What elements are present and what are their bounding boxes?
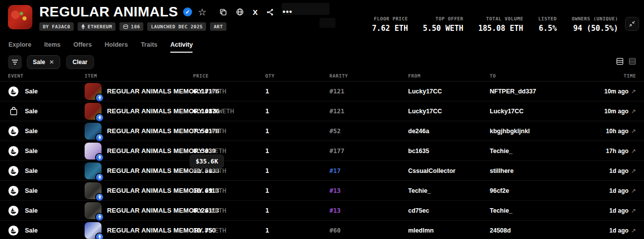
item-thumbnail[interactable] [85, 143, 102, 159]
share-icon[interactable] [266, 8, 274, 16]
item-thumbnail[interactable] [85, 103, 102, 120]
item-thumbnail[interactable] [85, 123, 102, 140]
activity-row[interactable]: Sale REGULAR ANIMALS MEMORY #113 10.69ET… [0, 181, 644, 201]
time-cell[interactable]: 10h ago↗ [592, 128, 636, 135]
external-link-arrow-icon[interactable]: ↗ [631, 108, 636, 115]
time-cell[interactable]: 10m ago↗ [592, 108, 636, 115]
activity-row[interactable]: Sale REGULAR ANIMALS MEMORY #113 8.26WET… [0, 201, 644, 221]
from-value[interactable]: Lucky17CC [408, 108, 490, 115]
collection-header: REGULAR ANIMALS ✓ ☆ X [0, 0, 644, 40]
usd-price-tooltip: $35.6K [190, 155, 224, 168]
external-link-arrow-icon[interactable]: ↗ [631, 207, 636, 214]
badge-label: LAUNCHED DEC 2025 [151, 24, 203, 29]
column-header-item: ITEM [85, 73, 193, 79]
verified-badge-icon: ✓ [183, 7, 192, 16]
tab-explore[interactable]: Explore [2, 40, 38, 53]
from-value[interactable]: CssualCollector [408, 167, 490, 174]
stat-label: OWNERS (UNIQUE) [572, 16, 618, 21]
filter-button[interactable] [8, 55, 22, 69]
filter-chip-sale[interactable]: Sale ✕ [27, 55, 60, 69]
remove-filter-icon[interactable]: ✕ [49, 59, 54, 66]
rarity-value[interactable]: #17 [329, 167, 408, 174]
time-cell[interactable]: 10m ago↗ [592, 88, 636, 95]
from-value[interactable]: bc1635 [408, 148, 490, 155]
activity-row[interactable]: Sale REGULAR ANIMALS MEMORY #133 11.50ET… [0, 161, 644, 181]
column-header-price: PRICE [193, 73, 265, 79]
event-label: Sale [25, 88, 38, 95]
tab-traits[interactable]: Traits [134, 40, 164, 53]
activity-table-body: Sale REGULAR ANIMALS MEMORY #176 6.17WET… [0, 81, 644, 239]
rarity-value[interactable]: #121 [329, 107, 408, 115]
clear-filters-button[interactable]: Clear [66, 55, 94, 69]
row-view-toggle-icon[interactable] [616, 58, 624, 67]
stat-floor-price: FLOOR PRICE7.62 ETH [372, 16, 408, 33]
price-value: 8.26 [193, 207, 209, 214]
price-currency: WETH [211, 147, 226, 155]
time-cell[interactable]: 1d ago↗ [592, 227, 636, 234]
time-cell[interactable]: 1d ago↗ [592, 167, 636, 174]
more-options-icon[interactable]: ••• [283, 10, 293, 13]
rarity-value[interactable]: #52 [329, 127, 408, 135]
external-link-arrow-icon[interactable]: ↗ [631, 148, 636, 155]
price-cell: 8.26WETH [193, 207, 265, 214]
rarity-value[interactable]: #121 [329, 87, 408, 95]
favorite-star-icon[interactable]: ☆ [198, 7, 207, 17]
activity-row[interactable]: Sale REGULAR ANIMALS MEMORY #39 8.30WETH… [0, 141, 644, 161]
to-value[interactable]: 24508d [490, 227, 592, 234]
rarity-value[interactable]: #13 [329, 207, 408, 214]
time-cell[interactable]: 1d ago↗ [592, 207, 636, 214]
collection-avatar[interactable] [8, 5, 32, 29]
from-value[interactable]: de246a [408, 128, 490, 135]
time-cell[interactable]: 17h ago↗ [592, 148, 636, 155]
time-value: 1d ago [609, 167, 629, 174]
item-thumbnail[interactable] [85, 162, 102, 179]
event-label: Sale [25, 148, 38, 155]
from-value[interactable]: Lucky17CC [408, 88, 490, 95]
activity-row[interactable]: Sale REGULAR ANIMALS MEMORY #50 10.75ETH… [0, 221, 644, 239]
price-currency: WETH [211, 127, 226, 135]
external-link-arrow-icon[interactable]: ↗ [631, 88, 636, 95]
activity-row[interactable]: Sale REGULAR ANIMALS MEMORY #176 6.1083W… [0, 101, 644, 121]
external-link-arrow-icon[interactable]: ↗ [631, 128, 636, 135]
rarity-value[interactable]: #13 [329, 187, 408, 194]
to-value[interactable]: NFTPER_dd337 [490, 88, 592, 95]
from-value[interactable]: cd75ec [408, 207, 490, 214]
website-globe-icon[interactable] [236, 8, 244, 16]
x-twitter-icon[interactable]: X [253, 8, 257, 16]
activity-row[interactable]: Sale REGULAR ANIMALS MEMORY #176 6.17WET… [0, 81, 644, 101]
collapse-stats-button[interactable] [625, 17, 639, 31]
to-value[interactable]: kbgjhbgkljnkl [490, 128, 592, 135]
external-link-arrow-icon[interactable]: ↗ [631, 167, 636, 174]
price-value: 6.1083 [193, 107, 216, 115]
item-thumbnail[interactable] [85, 182, 102, 199]
price-currency: ETH [215, 187, 226, 194]
price-cell: 7.50WETH [193, 127, 265, 135]
tab-holders[interactable]: Holders [98, 40, 134, 53]
to-value[interactable]: Techie_ [490, 148, 592, 155]
item-thumbnail[interactable] [85, 222, 102, 239]
tab-items[interactable]: Items [38, 40, 67, 53]
rarity-value[interactable]: #177 [329, 147, 408, 155]
copy-icon[interactable] [219, 8, 227, 16]
activity-row[interactable]: Sale REGULAR ANIMALS MEMORY #178 7.50WET… [0, 121, 644, 141]
from-value[interactable]: mledlmn [408, 227, 490, 234]
to-value[interactable]: stillhere [490, 167, 592, 174]
tab-activity[interactable]: Activity [164, 40, 199, 53]
qty-value: 1 [265, 167, 329, 174]
to-value[interactable]: 96cf2e [490, 187, 592, 194]
qty-value: 1 [265, 127, 329, 135]
item-thumbnail[interactable] [85, 83, 102, 100]
external-link-arrow-icon[interactable]: ↗ [631, 227, 636, 234]
to-value[interactable]: Techie_ [490, 207, 592, 214]
external-link-arrow-icon[interactable]: ↗ [631, 187, 636, 194]
compact-view-toggle-icon[interactable] [629, 58, 636, 67]
item-thumbnail[interactable] [85, 202, 102, 219]
tab-offers[interactable]: Offers [67, 40, 99, 53]
stack-icon [123, 24, 128, 29]
time-cell[interactable]: 1d ago↗ [592, 187, 636, 194]
from-value[interactable]: Techie_ [408, 187, 490, 194]
rarity-value[interactable]: #60 [329, 227, 408, 234]
to-value[interactable]: Lucky17CC [490, 108, 592, 115]
price-cell: 6.1083WETH [193, 107, 265, 115]
opensea-icon [8, 146, 19, 157]
